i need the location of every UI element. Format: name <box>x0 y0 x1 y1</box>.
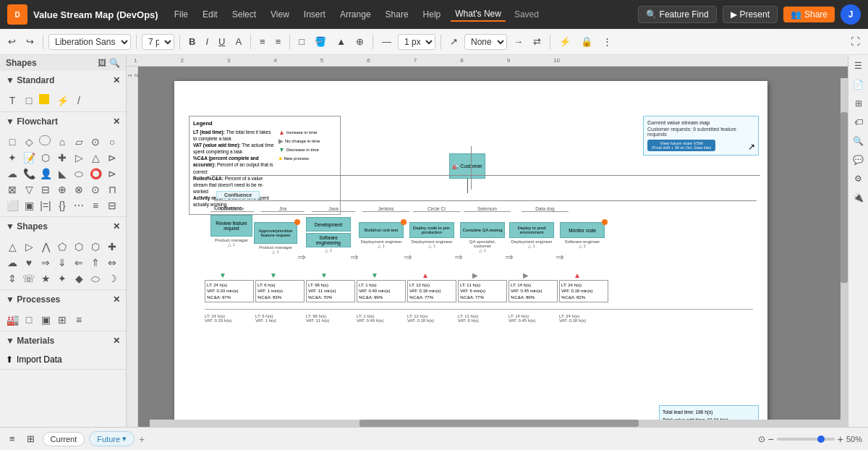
deploy-prod-box[interactable]: Deploy to prod environment <box>509 222 554 238</box>
search-button[interactable]: 🔍 <box>851 133 867 149</box>
share-button[interactable]: 👥 Share <box>783 7 835 22</box>
materials-header[interactable]: ▼ Materials ✕ <box>0 331 126 350</box>
fc-sort[interactable]: ⊟ <box>39 183 52 196</box>
close-processes-icon[interactable]: ✕ <box>113 294 120 305</box>
add-tab-button[interactable]: + <box>139 433 145 445</box>
sh-darrow[interactable]: ⇓ <box>56 256 69 269</box>
list-view-button[interactable]: ≡ <box>6 432 19 446</box>
sh-diamond2[interactable]: ◆ <box>72 272 85 285</box>
menu-view[interactable]: View <box>266 8 294 21</box>
format-button[interactable]: ☰ <box>851 58 867 74</box>
align-left-button[interactable]: ≡ <box>256 35 269 48</box>
fc-brace[interactable]: {} <box>56 199 69 212</box>
waypoints-select[interactable]: None <box>464 34 507 50</box>
fc-hexagon[interactable]: ⬡ <box>39 151 52 164</box>
user-avatar[interactable]: J <box>841 4 861 25</box>
line-style-button[interactable]: — <box>378 35 395 48</box>
lightning-button[interactable]: ⚡ <box>556 35 574 48</box>
close-standard-icon[interactable]: ✕ <box>113 75 120 85</box>
fc-triangle[interactable]: △ <box>89 151 102 164</box>
fc-rounded[interactable] <box>39 135 51 145</box>
menu-edit[interactable]: Edit <box>198 8 222 21</box>
rect-shape[interactable]: □ <box>22 94 35 107</box>
close-shapes-icon[interactable]: ✕ <box>113 221 120 232</box>
fit-page-icon[interactable]: ⊙ <box>758 434 765 444</box>
proc-2[interactable]: □ <box>22 313 35 326</box>
underline-button[interactable]: U <box>215 35 229 48</box>
sh-rarrow[interactable]: ⇒ <box>39 256 52 269</box>
shapes-section-header[interactable]: ▼ Shapes ✕ <box>0 217 126 236</box>
java-dev-box[interactable]: Development <box>306 217 351 232</box>
java-sw-box[interactable]: Software engineering <box>306 233 351 247</box>
fc-call[interactable]: 📞 <box>22 167 35 180</box>
fc-manual[interactable]: ◣ <box>56 167 69 180</box>
menu-file[interactable]: File <box>170 8 192 21</box>
processes-header[interactable]: ▼ Processes ✕ <box>0 290 126 309</box>
lock-button[interactable]: 🔒 <box>577 35 596 48</box>
menu-insert[interactable]: Insert <box>299 8 330 21</box>
sh-tri[interactable]: △ <box>6 240 19 253</box>
tags-button[interactable]: 🏷 <box>851 114 867 130</box>
line-shape[interactable]: / <box>72 94 85 107</box>
present-button[interactable]: ▶ Present <box>723 6 778 23</box>
circleci-box[interactable]: Deploy code to pre-production <box>409 222 454 238</box>
zoom-slider[interactable] <box>777 438 835 441</box>
font-family-select[interactable]: Liberation Sans <box>48 34 131 50</box>
fc-rect[interactable]: □ <box>6 135 19 148</box>
search-shapes-icon[interactable]: 🔍 <box>109 58 120 68</box>
canvas-content[interactable]: Legend LT (lead time): The total time it… <box>138 67 848 427</box>
shadow-button[interactable]: ⊕ <box>352 35 367 48</box>
filled-rect-shape[interactable] <box>39 94 49 104</box>
italic-button[interactable]: I <box>202 35 212 48</box>
fc-pred[interactable]: ⊓ <box>106 183 119 196</box>
import-data-btn[interactable]: ⬆ Import Data <box>6 355 120 365</box>
sh-moons[interactable]: ☽ <box>106 272 119 285</box>
font-color-button[interactable]: A <box>231 35 245 48</box>
fc-dots[interactable]: ⋯ <box>72 199 85 212</box>
selenium-box[interactable]: Complete QA testing <box>460 222 505 238</box>
menu-arrange[interactable]: Arrange <box>336 8 375 21</box>
current-tab[interactable]: Current <box>43 432 85 446</box>
fill-button[interactable]: 🪣 <box>311 35 330 48</box>
image-icon[interactable]: 🖼 <box>98 58 106 68</box>
sh-pent[interactable]: ⬠ <box>56 240 69 253</box>
comments-button[interactable]: 💬 <box>851 152 867 168</box>
sh-call[interactable]: ☏ <box>22 272 35 285</box>
sh-caret[interactable]: ⋀ <box>39 240 52 253</box>
sh-oct[interactable]: ⬡ <box>89 240 102 253</box>
proc-4[interactable]: ⊞ <box>56 313 69 326</box>
vertical-scrollbar[interactable] <box>841 78 848 420</box>
stroke-width-select[interactable]: 1 px <box>398 34 435 50</box>
zoom-out-button[interactable]: − <box>768 433 774 445</box>
menu-whats-new[interactable]: What's New <box>451 7 506 22</box>
redo-button[interactable]: ↪ <box>22 35 38 48</box>
plugin-button[interactable]: 🔌 <box>851 190 867 205</box>
layers-button[interactable]: ⊞ <box>851 95 867 111</box>
sh-oval[interactable]: ⬭ <box>89 272 102 285</box>
sh-penta[interactable]: ✦ <box>56 272 69 285</box>
shape-button[interactable]: □ <box>295 35 308 48</box>
undo-button[interactable]: ↩ <box>4 35 20 48</box>
sh-heart[interactable]: ♥ <box>22 256 35 269</box>
fc-display[interactable]: ⊠ <box>6 183 19 196</box>
flip-button[interactable]: ⇄ <box>529 35 545 48</box>
fc-off[interactable]: ⊗ <box>72 183 85 196</box>
close-materials-icon[interactable]: ✕ <box>113 336 120 346</box>
proc-5[interactable]: ≡ <box>72 313 85 326</box>
fc-step[interactable]: ⊟ <box>106 199 119 212</box>
sh-hex[interactable]: ⬡ <box>72 240 85 253</box>
fc-inv[interactable]: ▽ <box>22 183 35 196</box>
close-flowchart-icon[interactable]: ✕ <box>113 116 120 127</box>
feature-find-button[interactable]: 🔍 Feature Find <box>638 6 717 23</box>
fullscreen-button[interactable]: ⛶ <box>847 35 864 48</box>
monitor-box[interactable]: Monitor code <box>560 222 605 238</box>
arrow-style-button[interactable]: → <box>510 35 527 48</box>
jira-box[interactable]: Approve/prioritize feature request <box>254 222 297 244</box>
fc-cross[interactable]: ✚ <box>56 151 69 164</box>
fc-circle[interactable]: ○ <box>106 135 119 148</box>
confluence-box[interactable]: Review feature request <box>210 215 252 237</box>
fc-para[interactable]: ▱ <box>72 135 85 148</box>
cursor-button[interactable]: ↗ <box>446 35 461 48</box>
fc-arrow[interactable]: ▷ <box>72 151 85 164</box>
align-center-button[interactable]: ≡ <box>272 35 285 48</box>
